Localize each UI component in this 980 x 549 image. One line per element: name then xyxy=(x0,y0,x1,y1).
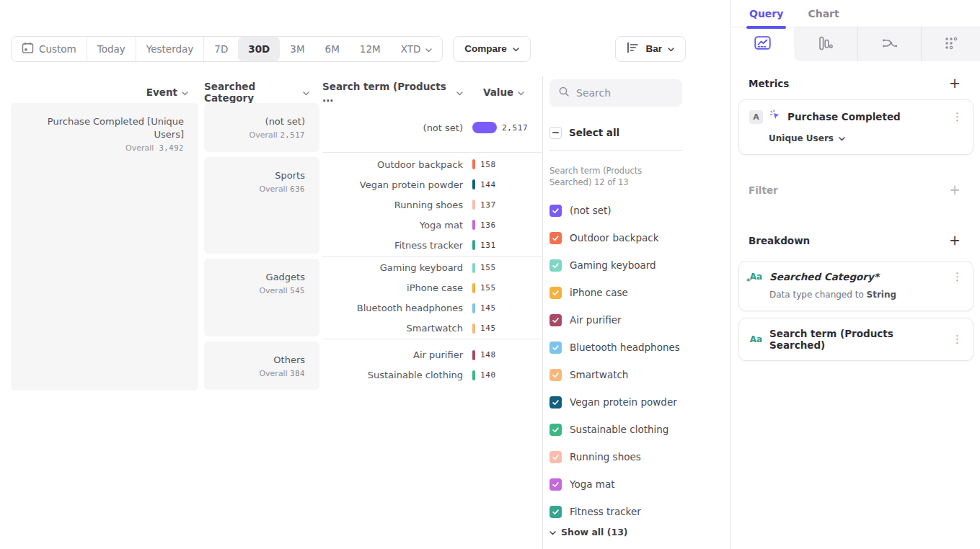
checkbox-checked[interactable] xyxy=(549,506,562,518)
add-metric-button[interactable]: + xyxy=(949,76,961,90)
list-item[interactable]: Yoga mat xyxy=(549,470,730,498)
chevron-down-icon xyxy=(518,86,524,98)
checkbox-checked[interactable] xyxy=(549,424,562,436)
table-row[interactable]: Outdoor backpack 158 xyxy=(322,154,542,174)
checkbox-checked[interactable] xyxy=(549,451,562,463)
column-header-searched-category[interactable]: Searched Category xyxy=(204,81,319,104)
column-header-search-term[interactable]: Search term (Products ... xyxy=(322,81,466,104)
date-range-custom[interactable]: Custom xyxy=(12,37,87,61)
table-row[interactable]: Vegan protein powder 144 xyxy=(322,174,542,195)
search-icon xyxy=(558,86,570,100)
category-cell[interactable]: Gadgets Overall 545 xyxy=(204,259,319,336)
insights-chart-icon xyxy=(754,36,771,53)
checkbox-checked[interactable] xyxy=(549,232,562,244)
calendar-icon xyxy=(22,42,34,56)
list-item[interactable]: Fitness tracker xyxy=(549,498,730,525)
table-row[interactable]: Yoga mat 136 xyxy=(322,215,542,235)
checkbox-checked[interactable] xyxy=(549,369,562,381)
breakdown-table: Event Searched Category Search term (Pro… xyxy=(0,76,543,549)
event-overall: Overall 3,492 xyxy=(19,143,184,153)
breakdown-card[interactable]: Aa* Searched Category* ⋮ Data type chang… xyxy=(738,261,974,311)
column-header-value[interactable]: Value xyxy=(483,86,524,98)
table-row[interactable]: Sustainable clothing 140 xyxy=(322,365,542,385)
select-all-row[interactable]: Select all xyxy=(549,125,730,140)
column-header-event[interactable]: Event xyxy=(11,86,198,98)
checkbox-checked[interactable] xyxy=(549,342,562,354)
divider xyxy=(549,150,682,151)
tab-retention[interactable] xyxy=(921,27,980,61)
date-range-3m[interactable]: 3M xyxy=(280,37,314,61)
list-item[interactable]: Air purifier xyxy=(549,306,730,334)
table-row[interactable]: iPhone case 155 xyxy=(322,278,542,298)
list-item[interactable]: Vegan protein powder xyxy=(549,388,730,416)
checkbox-checked[interactable] xyxy=(549,259,562,272)
date-range-today[interactable]: Today xyxy=(87,37,136,61)
checkbox-checked[interactable] xyxy=(549,314,562,326)
series-badge: A xyxy=(749,110,763,124)
chevron-down-icon xyxy=(456,86,463,98)
list-item[interactable]: Sustainable clothing xyxy=(549,416,730,443)
show-all-link[interactable]: Show all (13) xyxy=(549,527,730,537)
date-range-yesterday[interactable]: Yesterday xyxy=(136,37,205,61)
category-cell[interactable]: (not set) Overall 2,517 xyxy=(204,103,319,152)
chevron-down-icon xyxy=(513,43,519,54)
list-item[interactable]: Smartwatch xyxy=(549,361,730,388)
value-bar xyxy=(472,263,475,273)
table-row[interactable]: (not set) 2,517 xyxy=(322,117,542,138)
date-range-30d-selected[interactable]: 30D xyxy=(238,37,280,61)
table-row[interactable]: Air purifier 148 xyxy=(322,345,542,365)
string-property-icon: Aa xyxy=(749,334,763,344)
list-item[interactable]: Outdoor backpack xyxy=(549,224,730,251)
tab-chart[interactable]: Chart xyxy=(808,0,839,27)
table-row[interactable]: Bluetooth headphones 145 xyxy=(322,298,542,318)
breakdown-property-name: Search term (Products Searched) xyxy=(769,328,945,351)
event-cell[interactable]: Purchase Completed [Unique Users] Overal… xyxy=(11,103,198,390)
tab-funnels[interactable] xyxy=(794,27,857,61)
row-group: Outdoor backpack 158 Vegan protein powde… xyxy=(322,153,542,257)
table-row[interactable]: Smartwatch 145 xyxy=(322,318,542,339)
date-range-xtd[interactable]: XTD xyxy=(391,37,443,61)
table-row[interactable]: Fitness tracker 131 xyxy=(322,235,542,255)
kebab-menu-icon[interactable]: ⋮ xyxy=(952,112,963,122)
search-input[interactable] xyxy=(576,87,670,99)
list-item[interactable]: Bluetooth headphones xyxy=(549,334,730,361)
checkbox-checked[interactable] xyxy=(549,205,562,217)
add-breakdown-button[interactable]: + xyxy=(949,233,961,247)
add-filter-button[interactable]: + xyxy=(949,183,961,197)
chevron-down-icon xyxy=(839,133,845,143)
query-sidebar: Query Chart xyxy=(730,0,980,549)
category-cell[interactable]: Sports Overall 636 xyxy=(204,157,319,254)
list-item[interactable]: Running shoes xyxy=(549,443,730,470)
list-item[interactable]: (not set) xyxy=(549,197,730,224)
select-all-checkbox-indeterminate[interactable] xyxy=(549,127,562,139)
chart-type-button[interactable]: Bar xyxy=(615,36,686,62)
checkbox-checked[interactable] xyxy=(549,287,562,299)
date-toolbar: Custom Today Yesterday 7D 30D 3M 6M 12M … xyxy=(11,35,730,62)
measure-selector[interactable]: Unique Users xyxy=(769,133,963,143)
list-item[interactable]: iPhone case xyxy=(549,279,730,306)
list-item[interactable]: Gaming keyboard xyxy=(549,251,730,279)
breakdown-card[interactable]: Aa Search term (Products Searched) ⋮ xyxy=(738,318,974,361)
date-range-12m[interactable]: 12M xyxy=(350,37,391,61)
table-row[interactable]: Gaming keyboard 155 xyxy=(322,258,542,278)
search-box[interactable] xyxy=(549,79,682,107)
kebab-menu-icon[interactable]: ⋮ xyxy=(952,272,963,282)
tab-query[interactable]: Query xyxy=(749,0,783,27)
row-group: (not set) 2,517 xyxy=(322,103,542,153)
value-bar xyxy=(472,303,475,313)
date-range-6m[interactable]: 6M xyxy=(315,37,350,61)
category-cell[interactable]: Others Overall 384 xyxy=(204,342,319,390)
breakdown-note: Data type changed to String xyxy=(769,290,963,300)
date-range-7d[interactable]: 7D xyxy=(204,37,238,61)
tab-flows[interactable] xyxy=(857,27,921,61)
checkbox-checked[interactable] xyxy=(549,478,562,491)
metric-event-name: Purchase Completed xyxy=(787,111,945,122)
value-bar xyxy=(472,283,475,293)
sidebar-content: Metrics + A xyxy=(730,61,980,361)
compare-button[interactable]: Compare xyxy=(453,36,531,62)
kebab-menu-icon[interactable]: ⋮ xyxy=(952,334,963,345)
tab-insights-active[interactable] xyxy=(730,27,794,61)
table-row[interactable]: Running shoes 137 xyxy=(322,195,542,215)
metric-card[interactable]: A Purchase Completed ⋮ xyxy=(738,99,974,155)
checkbox-checked[interactable] xyxy=(549,396,562,409)
